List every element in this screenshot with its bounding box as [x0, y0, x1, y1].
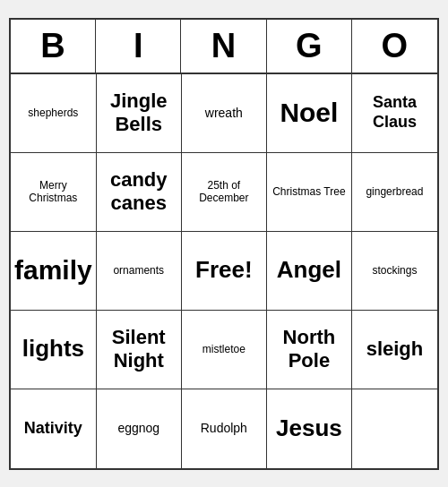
- bingo-cell: Angel: [267, 232, 352, 311]
- header-letter: N: [181, 20, 266, 73]
- bingo-cell: Jingle Bells: [97, 74, 182, 153]
- bingo-cell: Nativity: [11, 389, 97, 468]
- cell-text: North Pole: [271, 326, 348, 373]
- cell-text: gingerbread: [366, 185, 423, 198]
- bingo-cell: Noel: [267, 74, 352, 153]
- cell-text: sleigh: [366, 337, 424, 361]
- bingo-cell: ornaments: [97, 232, 182, 311]
- bingo-cell: Christmas Tree: [267, 153, 352, 232]
- cell-text: Silent Night: [100, 326, 177, 373]
- header-letter: B: [11, 20, 96, 73]
- bingo-cell: shepherds: [11, 74, 97, 153]
- bingo-cell: 25th of December: [182, 153, 267, 232]
- header-letter: I: [96, 20, 181, 73]
- bingo-cell: Jesus: [267, 389, 352, 468]
- bingo-cell: lights: [11, 311, 97, 389]
- cell-text: Rudolph: [201, 421, 247, 436]
- bingo-cell: Rudolph: [182, 389, 267, 468]
- header-letter: O: [352, 20, 437, 73]
- cell-text: eggnog: [117, 421, 159, 436]
- cell-text: Santa Claus: [356, 93, 434, 132]
- cell-text: family: [14, 254, 92, 286]
- cell-text: wreath: [205, 106, 243, 121]
- cell-text: Jingle Bells: [100, 90, 177, 137]
- bingo-cell: sleigh: [352, 311, 437, 389]
- cell-text: Christmas Tree: [272, 185, 345, 198]
- bingo-cell: Silent Night: [97, 311, 182, 389]
- bingo-cell: Merry Christmas: [11, 153, 97, 232]
- bingo-card: BINGO shepherdsJingle BellswreathNoelSan…: [9, 18, 439, 470]
- cell-text: Angel: [277, 256, 341, 284]
- cell-text: lights: [22, 335, 84, 363]
- cell-text: Free!: [195, 256, 253, 284]
- cell-text: candy canes: [100, 168, 177, 216]
- bingo-cell: gingerbread: [352, 153, 437, 232]
- cell-text: Jesus: [276, 414, 342, 442]
- bingo-header: BINGO: [11, 20, 437, 74]
- bingo-cell: Santa Claus: [352, 74, 437, 153]
- header-letter: G: [267, 20, 352, 73]
- cell-text: Noel: [280, 97, 338, 129]
- bingo-cell: stockings: [352, 232, 437, 311]
- bingo-cell: wreath: [182, 74, 267, 153]
- cell-text: ornaments: [113, 264, 164, 277]
- cell-text: 25th of December: [185, 179, 263, 205]
- bingo-cell: North Pole: [267, 311, 352, 389]
- cell-text: Nativity: [24, 419, 82, 439]
- bingo-cell: [352, 389, 437, 468]
- cell-text: stockings: [372, 264, 417, 277]
- bingo-cell: Free!: [182, 232, 267, 311]
- bingo-cell: candy canes: [97, 153, 182, 232]
- cell-text: Merry Christmas: [14, 179, 92, 205]
- bingo-cell: mistletoe: [182, 311, 267, 389]
- cell-text: mistletoe: [202, 343, 246, 355]
- bingo-cell: eggnog: [97, 389, 182, 468]
- bingo-grid: shepherdsJingle BellswreathNoelSanta Cla…: [11, 74, 437, 468]
- cell-text: shepherds: [28, 107, 78, 119]
- bingo-cell: family: [11, 232, 97, 311]
